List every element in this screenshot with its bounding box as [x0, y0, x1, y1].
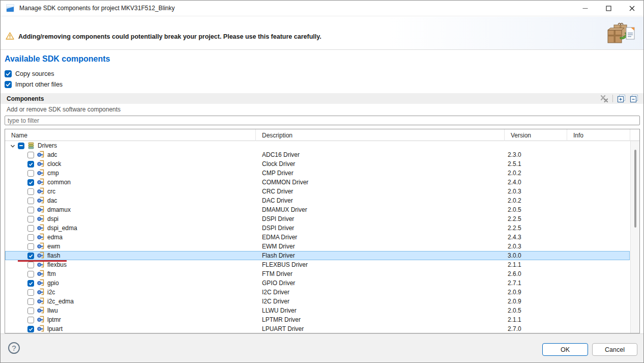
component-description: ADC16 Driver — [256, 151, 505, 158]
component-checkbox[interactable] — [27, 170, 34, 177]
import-other-files-option[interactable]: Import other files — [5, 81, 63, 88]
maximize-button[interactable] — [597, 1, 620, 16]
component-row[interactable]: lpuart LPUART Driver 2.7.0 — [5, 324, 630, 333]
component-version: 3.0.0 — [505, 252, 567, 259]
component-checkbox[interactable] — [27, 161, 34, 167]
cancel-button[interactable]: Cancel — [592, 343, 637, 356]
component-checkbox[interactable] — [27, 207, 34, 213]
copy-sources-checkbox[interactable] — [5, 70, 12, 77]
component-checkbox[interactable] — [27, 216, 34, 222]
component-row[interactable]: dspi_edma DSPI Driver 2.2.5 — [5, 224, 630, 233]
drivers-category-icon — [27, 142, 35, 150]
filter-input[interactable] — [5, 116, 640, 125]
minimize-button[interactable] — [573, 1, 597, 16]
component-version: 2.1.1 — [505, 316, 567, 323]
ok-button[interactable]: OK — [542, 343, 588, 356]
component-name: dmamux — [47, 206, 71, 213]
collapse-all-icon[interactable] — [629, 94, 638, 103]
drivers-group-checkbox[interactable] — [18, 143, 24, 149]
close-button[interactable] — [620, 1, 643, 16]
column-header-name[interactable]: Name — [5, 129, 256, 141]
component-row[interactable]: i2c I2C Driver 2.0.9 — [5, 288, 630, 297]
component-row[interactable]: clock Clock Driver 2.5.1 — [5, 159, 630, 169]
component-checkbox[interactable] — [27, 225, 34, 232]
import-other-files-checkbox[interactable] — [5, 81, 12, 88]
component-row[interactable]: llwu LLWU Driver 2.0.5 — [5, 306, 630, 315]
manage-sdk-components-dialog: Manage SDK components for project MKV31F… — [0, 0, 644, 363]
component-row[interactable]: dspi DSPI Driver 2.2.5 — [5, 214, 630, 224]
component-row[interactable]: lptmr LPTMR Driver 2.1.1 — [5, 315, 630, 324]
component-name: gpio — [47, 280, 59, 287]
component-name: dac — [47, 197, 57, 204]
tree-body: Drivers adc ADC — [5, 141, 639, 333]
component-row[interactable]: adc ADC16 Driver 2.3.0 — [5, 150, 630, 159]
component-checkbox[interactable] — [27, 308, 34, 314]
component-description: LPUART Driver — [256, 325, 505, 332]
component-checkbox[interactable] — [27, 253, 34, 259]
copy-sources-option[interactable]: Copy sources — [5, 70, 54, 77]
component-name: dspi — [47, 215, 58, 222]
component-description: FLEXBUS Driver — [256, 261, 505, 268]
component-row[interactable]: gpio GPIO Driver 2.7.1 — [5, 278, 630, 288]
component-icon — [37, 288, 45, 296]
component-icon — [37, 178, 45, 186]
component-icon — [37, 242, 45, 250]
component-row[interactable]: edma EDMA Driver 2.4.3 — [5, 233, 630, 242]
component-row[interactable]: cmp CMP Driver 2.0.2 — [5, 169, 630, 178]
component-name: lptmr — [47, 316, 61, 323]
component-checkbox[interactable] — [27, 326, 34, 332]
help-button[interactable]: ? — [8, 342, 20, 354]
component-checkbox[interactable] — [27, 198, 34, 204]
component-row[interactable]: dac DAC Driver 2.0.2 — [5, 196, 630, 205]
component-checkbox[interactable] — [27, 271, 34, 277]
component-checkbox[interactable] — [27, 188, 34, 195]
table-header: Name Description Version Info — [5, 129, 639, 141]
column-header-description[interactable]: Description — [256, 129, 505, 141]
chevron-down-icon[interactable] — [10, 143, 15, 148]
component-version: 2.0.2 — [505, 170, 567, 177]
component-checkbox[interactable] — [27, 289, 34, 296]
component-checkbox[interactable] — [27, 298, 34, 305]
component-icon — [37, 279, 45, 287]
component-row[interactable]: ewm EWM Driver 2.0.3 — [5, 242, 630, 251]
component-checkbox[interactable] — [27, 179, 34, 186]
scrollbar-thumb[interactable] — [634, 150, 636, 228]
expand-all-icon[interactable] — [617, 94, 626, 103]
component-name: flexbus — [47, 261, 67, 268]
title-bar: Manage SDK components for project MKV31F… — [1, 1, 643, 16]
component-icon — [37, 306, 45, 315]
component-checkbox[interactable] — [27, 317, 34, 323]
component-name: adc — [47, 151, 57, 158]
component-version: 2.1.1 — [505, 261, 567, 268]
component-icon — [37, 233, 45, 241]
component-row[interactable]: common COMMON Driver 2.4.0 — [5, 178, 630, 187]
component-version: 2.3.0 — [505, 151, 567, 158]
group-row-drivers[interactable]: Drivers — [5, 141, 630, 150]
banner: Adding/removing components could potenti… — [1, 17, 643, 50]
vertical-scrollbar[interactable] — [630, 141, 639, 333]
component-version: 2.7.1 — [505, 280, 567, 287]
component-checkbox[interactable] — [27, 152, 34, 158]
component-row[interactable]: dmamux DMAMUX Driver 2.0.5 — [5, 205, 630, 214]
component-row[interactable]: flash Flash Driver 3.0.0 — [5, 251, 630, 260]
component-name: ftm — [47, 270, 56, 277]
component-description: LPTMR Driver — [256, 316, 505, 323]
component-checkbox[interactable] — [27, 243, 34, 250]
components-section-label: Components — [7, 95, 44, 102]
column-header-version[interactable]: Version — [505, 129, 567, 141]
component-icon — [37, 270, 45, 278]
toolbar-separator — [612, 95, 613, 102]
component-row[interactable]: crc CRC Driver 2.0.3 — [5, 187, 630, 196]
clear-filter-icon[interactable] — [600, 94, 609, 103]
component-version: 2.0.3 — [505, 188, 567, 195]
component-checkbox[interactable] — [27, 280, 34, 287]
component-icon — [37, 206, 45, 214]
component-icon — [37, 197, 45, 205]
component-icon — [37, 151, 45, 159]
component-row[interactable]: i2c_edma I2C Driver 2.0.9 — [5, 297, 630, 306]
component-checkbox[interactable] — [27, 262, 34, 268]
component-row[interactable]: flexbus FLEXBUS Driver 2.1.1 — [5, 260, 630, 269]
component-checkbox[interactable] — [27, 234, 34, 241]
component-row[interactable]: ftm FTM Driver 2.6.0 — [5, 269, 630, 278]
column-header-info[interactable]: Info — [567, 129, 630, 141]
